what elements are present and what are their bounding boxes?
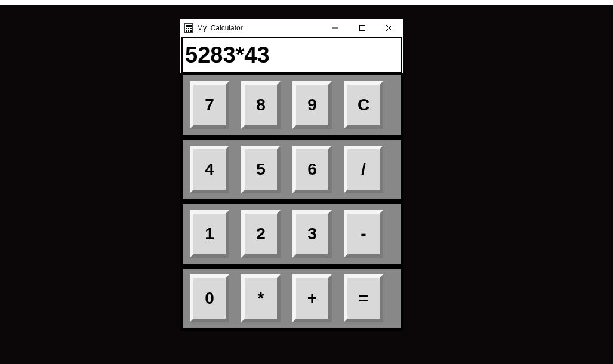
- close-button[interactable]: [375, 19, 402, 37]
- button-divide[interactable]: /: [344, 146, 383, 193]
- button-2[interactable]: 2: [241, 210, 281, 258]
- keypad: 7 8 9 C 4 5 6 / 1 2 3 - 0 * + =: [180, 73, 403, 331]
- calculator-icon: [184, 23, 193, 33]
- button-row: 0 * + =: [181, 267, 402, 329]
- button-6[interactable]: 6: [292, 146, 332, 193]
- svg-rect-4: [190, 28, 192, 29]
- calculator-window: My_Calculator 5283*43 7 8 9 C 4 5 6 /: [180, 19, 403, 331]
- svg-rect-6: [188, 30, 189, 32]
- svg-rect-9: [359, 26, 365, 31]
- button-equals[interactable]: =: [344, 274, 383, 322]
- button-3[interactable]: 3: [292, 210, 332, 258]
- button-subtract[interactable]: -: [344, 210, 383, 258]
- svg-rect-2: [186, 28, 187, 29]
- maximize-button[interactable]: [349, 19, 375, 37]
- button-row: 4 5 6 /: [181, 138, 402, 200]
- svg-rect-7: [190, 30, 192, 32]
- button-add[interactable]: +: [292, 274, 332, 322]
- svg-rect-1: [186, 25, 192, 27]
- button-row: 7 8 9 C: [181, 74, 402, 136]
- button-multiply[interactable]: *: [241, 274, 281, 322]
- minimize-button[interactable]: [322, 19, 349, 37]
- titlebar[interactable]: My_Calculator: [180, 19, 403, 37]
- display-value: 5283*43: [185, 42, 270, 68]
- svg-rect-3: [188, 28, 189, 29]
- button-5[interactable]: 5: [241, 146, 281, 193]
- button-clear[interactable]: C: [344, 81, 383, 129]
- window-controls: [322, 19, 402, 37]
- button-0[interactable]: 0: [190, 274, 229, 322]
- button-7[interactable]: 7: [190, 81, 229, 129]
- window-title: My_Calculator: [197, 24, 322, 32]
- button-row: 1 2 3 -: [181, 203, 402, 265]
- button-4[interactable]: 4: [190, 146, 229, 193]
- svg-rect-5: [186, 30, 187, 32]
- display: 5283*43: [181, 37, 402, 73]
- button-9[interactable]: 9: [292, 81, 332, 129]
- button-8[interactable]: 8: [241, 81, 281, 129]
- browser-top-strip: [0, 0, 613, 5]
- button-1[interactable]: 1: [190, 210, 229, 258]
